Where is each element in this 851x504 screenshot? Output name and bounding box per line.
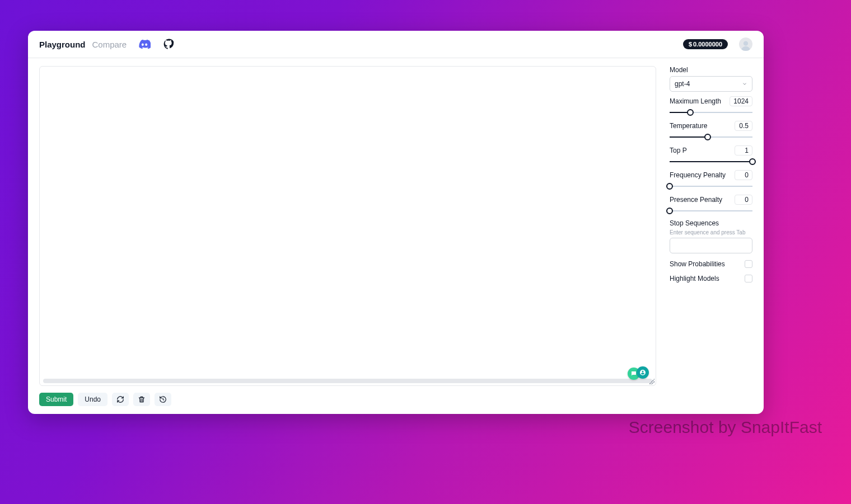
trash-icon bbox=[138, 395, 146, 403]
temperature-field: Temperature 0.5 bbox=[670, 121, 752, 141]
frequency-penalty-label: Frequency Penalty bbox=[670, 171, 726, 179]
app-card: Playground Compare $ 0.0000000 bbox=[28, 31, 764, 414]
stop-sequences-input[interactable] bbox=[670, 238, 752, 253]
chat-widget-badge-2[interactable] bbox=[637, 366, 649, 379]
cost-badge: $ 0.0000000 bbox=[683, 39, 728, 49]
resize-handle-icon[interactable] bbox=[649, 379, 654, 384]
regenerate-button[interactable] bbox=[112, 393, 129, 406]
max-length-value[interactable]: 1024 bbox=[730, 96, 752, 106]
main-area: Submit Undo Model gpt-4 bbox=[28, 58, 764, 414]
max-length-field: Maximum Length 1024 bbox=[670, 96, 752, 116]
temperature-label: Temperature bbox=[670, 122, 707, 130]
top-p-slider[interactable] bbox=[670, 158, 752, 166]
presence-penalty-slider[interactable] bbox=[670, 207, 752, 215]
max-length-slider[interactable] bbox=[670, 109, 752, 116]
temperature-value[interactable]: 0.5 bbox=[735, 121, 752, 131]
top-p-label: Top P bbox=[670, 147, 687, 154]
cost-currency: $ bbox=[689, 41, 692, 48]
top-p-field: Top P 1 bbox=[670, 145, 752, 166]
undo-button[interactable]: Undo bbox=[78, 393, 107, 406]
presence-penalty-field: Presence Penalty 0 bbox=[670, 195, 752, 215]
tab-playground[interactable]: Playground bbox=[39, 40, 86, 49]
highlight-models-label: Highlight Models bbox=[670, 275, 719, 282]
prompt-textarea[interactable] bbox=[42, 69, 653, 383]
tab-compare[interactable]: Compare bbox=[92, 40, 127, 49]
history-button[interactable] bbox=[155, 393, 171, 406]
frequency-penalty-field: Frequency Penalty 0 bbox=[670, 170, 752, 190]
chevron-down-icon bbox=[742, 81, 747, 87]
submit-button[interactable]: Submit bbox=[39, 393, 73, 406]
presence-penalty-value[interactable]: 0 bbox=[735, 195, 752, 205]
settings-panel: Model gpt-4 Maximum Length 1024 Temperat… bbox=[670, 66, 752, 406]
model-select[interactable]: gpt-4 bbox=[670, 76, 752, 92]
refresh-icon bbox=[116, 395, 124, 403]
model-field: Model gpt-4 bbox=[670, 66, 752, 92]
top-p-value[interactable]: 1 bbox=[735, 145, 752, 156]
frequency-penalty-slider[interactable] bbox=[670, 182, 752, 190]
show-probabilities-row: Show Probabilities bbox=[670, 260, 752, 268]
highlight-models-checkbox[interactable] bbox=[745, 275, 752, 282]
frequency-penalty-value[interactable]: 0 bbox=[735, 170, 752, 180]
action-row: Submit Undo bbox=[39, 393, 656, 406]
github-icon[interactable] bbox=[162, 37, 176, 51]
show-probabilities-checkbox[interactable] bbox=[745, 260, 752, 268]
cost-amount: 0.0000000 bbox=[693, 41, 722, 48]
editor-column: Submit Undo bbox=[39, 66, 656, 406]
temperature-slider[interactable] bbox=[670, 133, 752, 141]
watermark-text: Screenshot by SnapItFast bbox=[629, 418, 822, 437]
delete-button[interactable] bbox=[133, 393, 150, 406]
avatar[interactable] bbox=[739, 37, 752, 51]
stop-sequences-label: Stop Sequences bbox=[670, 219, 752, 227]
stop-sequences-hint: Enter sequence and press Tab bbox=[670, 229, 752, 235]
svg-point-0 bbox=[744, 41, 748, 46]
model-select-value: gpt-4 bbox=[675, 80, 690, 88]
history-icon bbox=[159, 395, 167, 403]
max-length-label: Maximum Length bbox=[670, 97, 721, 105]
prompt-editor[interactable] bbox=[39, 66, 656, 386]
highlight-models-row: Highlight Models bbox=[670, 275, 752, 282]
stop-sequences-field: Stop Sequences Enter sequence and press … bbox=[670, 219, 752, 253]
show-probabilities-label: Show Probabilities bbox=[670, 260, 725, 268]
presence-penalty-label: Presence Penalty bbox=[670, 196, 722, 204]
discord-icon[interactable] bbox=[138, 37, 151, 51]
topbar: Playground Compare $ 0.0000000 bbox=[28, 31, 764, 58]
model-label: Model bbox=[670, 66, 752, 74]
editor-scrollbar-x[interactable] bbox=[43, 379, 652, 383]
